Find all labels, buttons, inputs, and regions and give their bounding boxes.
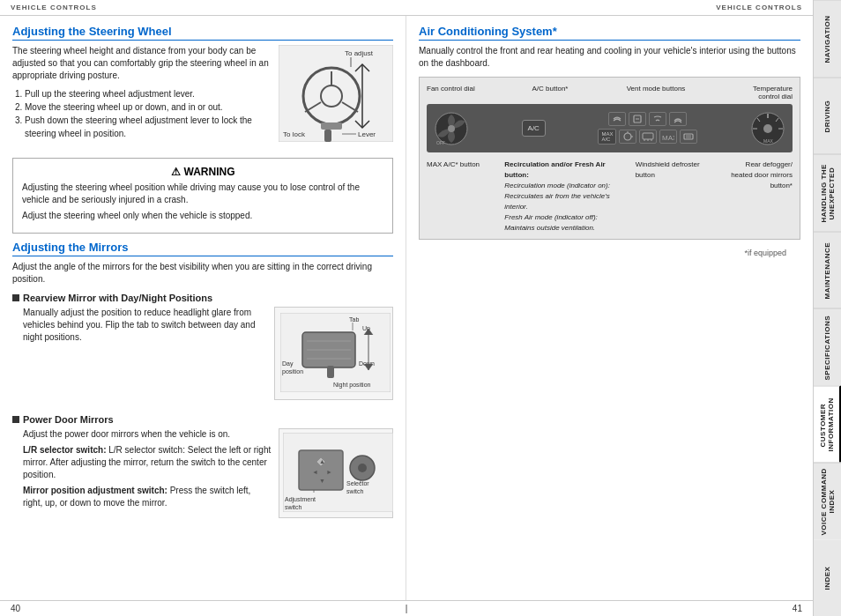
power-door-diagram: Selector switch Adjustment switch ▲ ◄ ►	[279, 428, 393, 518]
sidebar-item-navigation[interactable]: NAVIGATION	[814, 0, 841, 78]
header-left-label: VEHICLE CONTROLS	[11, 4, 97, 11]
svg-text:Lever: Lever	[358, 130, 376, 138]
svg-text:Day: Day	[282, 360, 294, 367]
footnote: *if equipped	[419, 247, 800, 257]
sidebar-item-voice-command[interactable]: VOICE COMMAND INDEX	[814, 463, 841, 540]
mirrors-body: Adjust the angle of the mirrors for the …	[12, 261, 393, 286]
left-page-number: 40	[11, 604, 20, 613]
rearview-title-text: Rearview Mirror with Day/Night Positions	[23, 293, 212, 303]
rear-defogger-bottom-label: Rear defogger/ heated door mirrors butto…	[722, 158, 793, 232]
svg-text:OFF: OFF	[436, 140, 445, 145]
windshield-bottom-label: Windshield defroster button	[636, 158, 706, 232]
fan-control-label: Fan control dial	[427, 85, 475, 100]
svg-text:Night position: Night position	[333, 382, 371, 389]
sidebar: NAVIGATION DRIVING HANDLING THE UNEXPECT…	[813, 0, 841, 616]
warning-title: ⚠ WARNING	[22, 166, 383, 178]
svg-text:Adjustment: Adjustment	[285, 496, 316, 503]
columns: Adjusting the Steering Wheel To adjust	[0, 16, 813, 600]
mirrors-title: Adjusting the Mirrors	[12, 241, 393, 256]
lr-selector-label: L/R selector switch:	[23, 445, 106, 455]
power-door-title: Power Door Mirrors	[12, 414, 393, 425]
svg-rect-33	[299, 450, 343, 490]
sidebar-item-driving[interactable]: DRIVING	[814, 78, 841, 155]
sidebar-item-driving-label: DRIVING	[823, 100, 831, 132]
ac-labels-top: Fan control dial A/C button* Vent mode b…	[427, 85, 793, 100]
svg-rect-10	[324, 130, 331, 142]
svg-rect-53	[684, 134, 693, 139]
sidebar-item-index-label: INDEX	[823, 566, 831, 590]
max-ac-bottom-label: MAX A/C* button	[427, 158, 488, 232]
sidebar-item-maintenance-label: MAINTENANCE	[823, 241, 831, 299]
temp-control-label: Temperature control dial	[731, 85, 793, 100]
svg-text:MAX: MAX	[763, 138, 774, 144]
pipe-separator: |	[406, 604, 408, 613]
ac-diagram: Fan control dial A/C button* Vent mode b…	[419, 77, 800, 240]
svg-text:To adjust: To adjust	[345, 49, 374, 57]
svg-text:►: ►	[326, 469, 332, 475]
steering-title: Adjusting the Steering Wheel	[12, 25, 393, 41]
warning-text-2: Adjust the steering wheel only when the …	[22, 210, 383, 222]
warning-icon: ⚠	[171, 166, 181, 178]
warning-text-1: Adjusting the steering wheel position wh…	[22, 182, 383, 206]
warning-box: ⚠ WARNING Adjusting the steering wheel p…	[12, 158, 393, 234]
header-right-label: VEHICLE CONTROLS	[716, 4, 802, 11]
page-footer: 40 | 41	[0, 600, 813, 616]
mirror-position-label: Mirror position adjustment switch:	[23, 486, 167, 495]
footnote-text: *if equipped	[744, 249, 786, 257]
right-column: Air Conditioning System* Manually contro…	[406, 16, 813, 600]
steering-diagram: To adjust	[279, 45, 393, 144]
sidebar-item-voice-command-label: VOICE COMMAND INDEX	[820, 467, 836, 537]
rearview-subsection: Rearview Mirror with Day/Night Positions…	[12, 293, 393, 407]
svg-rect-48	[643, 133, 653, 139]
sidebar-item-customer-info-label: CUSTOMER INFORMATION	[819, 390, 835, 460]
sidebar-item-customer-info[interactable]: CUSTOMER INFORMATION	[814, 386, 841, 464]
svg-text:▲: ▲	[319, 458, 325, 464]
ac-controls: OFF A/C	[427, 104, 793, 152]
main-content: VEHICLE CONTROLS VEHICLE CONTROLS Adjust…	[0, 0, 813, 616]
svg-point-62	[763, 124, 772, 133]
sidebar-item-handling-label: HANDLING THE UNEXPECTED	[820, 159, 836, 228]
power-door-subsection: Power Door Mirrors Selector switch Adjus…	[12, 414, 393, 523]
svg-text:To lock: To lock	[283, 130, 306, 138]
svg-text:Tab: Tab	[349, 316, 359, 323]
svg-point-44	[448, 125, 455, 132]
svg-rect-9	[321, 122, 342, 130]
left-column: Adjusting the Steering Wheel To adjust	[0, 16, 406, 600]
svg-text:position: position	[282, 368, 303, 375]
ac-section: Air Conditioning System* Manually contro…	[419, 25, 800, 240]
rearview-title: Rearview Mirror with Day/Night Positions	[12, 293, 393, 303]
svg-text:◄: ◄	[312, 469, 318, 475]
svg-text:▼: ▼	[319, 478, 325, 484]
svg-text:switch: switch	[346, 488, 364, 494]
page-header: VEHICLE CONTROLS VEHICLE CONTROLS	[0, 0, 813, 16]
vent-mode-label: Vent mode buttons	[625, 85, 687, 100]
svg-text:Selector: Selector	[346, 480, 369, 486]
sidebar-item-index[interactable]: INDEX	[814, 540, 841, 617]
sidebar-item-maintenance[interactable]: MAINTENANCE	[814, 232, 841, 309]
warning-label: WARNING	[184, 166, 235, 178]
recirculation-bottom-label: Recirculation and/or Fresh Air button: R…	[504, 158, 619, 232]
svg-point-47	[624, 133, 631, 140]
svg-rect-23	[327, 366, 334, 378]
mirrors-section: Adjusting the Mirrors Adjust the angle o…	[12, 241, 393, 523]
power-door-title-text: Power Door Mirrors	[23, 414, 114, 425]
rearview-diagram: Tab Up Down Night position Day position	[274, 307, 393, 400]
sidebar-item-handling[interactable]: HANDLING THE UNEXPECTED	[814, 154, 841, 232]
svg-point-40	[358, 464, 367, 472]
sidebar-item-specifications[interactable]: SPECIFICATIONS	[814, 308, 841, 386]
right-page-number: 41	[793, 604, 802, 613]
ac-button-label: A/C button*	[519, 85, 581, 100]
svg-text:MAX: MAX	[662, 134, 674, 142]
ac-title: Air Conditioning System*	[419, 25, 800, 41]
sidebar-item-specifications-label: SPECIFICATIONS	[823, 315, 831, 380]
ac-body: Manually control the front and rear heat…	[419, 45, 800, 70]
sidebar-item-navigation-label: NAVIGATION	[823, 15, 831, 63]
svg-text:switch: switch	[285, 504, 302, 510]
steering-section: Adjusting the Steering Wheel To adjust	[12, 25, 393, 151]
